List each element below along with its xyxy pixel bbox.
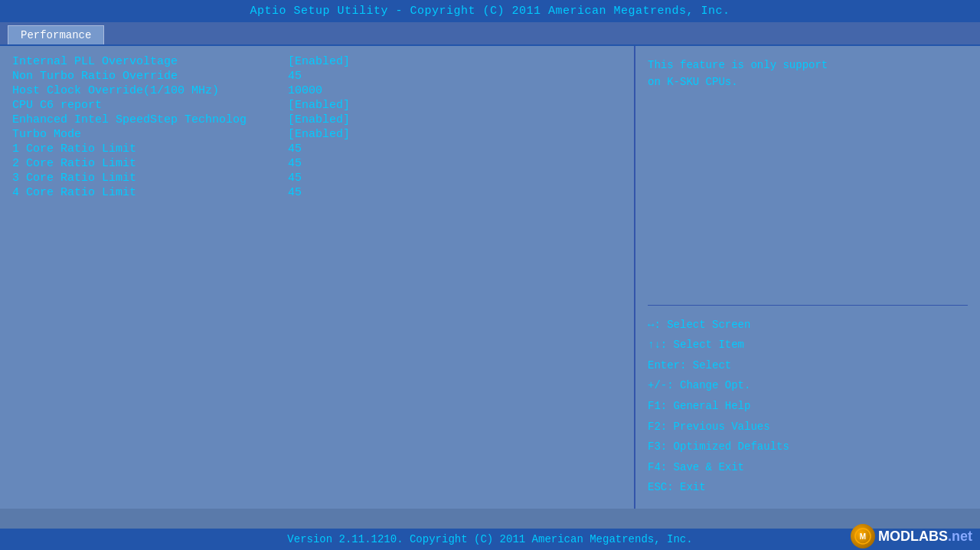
list-item[interactable]: Enhanced Intel SpeedStep Technolog [Enab… <box>12 113 622 126</box>
keyhint-esc: ESC: Exit <box>648 477 968 498</box>
keyhint-select-screen: ↔: Select Screen <box>648 315 968 336</box>
key-hints: ↔: Select Screen ↑↓: Select Item Enter: … <box>648 315 968 498</box>
item-name-9: 4 Core Ratio Limit <box>12 186 288 199</box>
item-name-6: 1 Core Ratio Limit <box>12 142 288 156</box>
divider <box>648 305 968 306</box>
logo-suffix: .net <box>948 529 972 544</box>
svg-text:M: M <box>860 532 866 541</box>
item-name-3: CPU C6 report <box>12 99 288 112</box>
keyhint-f2: F2: Previous Values <box>648 417 968 437</box>
item-value-8: 45 <box>288 172 302 185</box>
list-item[interactable]: 4 Core Ratio Limit 45 <box>12 186 622 199</box>
logo-icon: M <box>851 524 875 548</box>
tab-performance[interactable]: Performance <box>8 25 104 44</box>
item-name-4: Enhanced Intel SpeedStep Technolog <box>12 113 288 126</box>
list-item[interactable]: 1 Core Ratio Limit 45 <box>12 142 622 156</box>
left-panel: Internal PLL Overvoltage [Enabled] Non T… <box>0 46 635 509</box>
main-content: Internal PLL Overvoltage [Enabled] Non T… <box>0 46 980 509</box>
help-line-2: on K-SKU CPUs. <box>648 76 738 88</box>
item-name-2: Host Clock Override(1/100 MHz) <box>12 84 288 97</box>
help-text: This feature is only support on K-SKU CP… <box>648 57 968 296</box>
modlabs-logo: M MODLABS.net <box>851 524 972 548</box>
item-value-3: [Enabled] <box>288 99 350 112</box>
keyhint-select-item: ↑↓: Select Item <box>648 335 968 355</box>
list-item[interactable]: Turbo Mode [Enabled] <box>12 128 622 141</box>
keyhint-f3: F3: Optimized Defaults <box>648 437 968 457</box>
keyhint-f4: F4: Save & Exit <box>648 457 968 478</box>
list-item[interactable]: CPU C6 report [Enabled] <box>12 99 622 112</box>
list-item[interactable]: 3 Core Ratio Limit 45 <box>12 172 622 185</box>
item-name-7: 2 Core Ratio Limit <box>12 157 288 170</box>
item-name-8: 3 Core Ratio Limit <box>12 172 288 185</box>
logo-text: MODLABS.net <box>878 529 972 545</box>
keyhint-f1: F1: General Help <box>648 396 968 417</box>
item-value-0: [Enabled] <box>288 55 350 68</box>
list-item[interactable]: Internal PLL Overvoltage [Enabled] <box>12 55 622 68</box>
keyhint-change-opt: +/-: Change Opt. <box>648 375 968 396</box>
item-value-4: [Enabled] <box>288 113 350 126</box>
list-item[interactable]: 2 Core Ratio Limit 45 <box>12 157 622 170</box>
item-value-7: 45 <box>288 157 302 170</box>
item-name-5: Turbo Mode <box>12 128 288 141</box>
help-line-1: This feature is only support <box>648 59 828 71</box>
item-value-6: 45 <box>288 142 302 156</box>
item-name-0: Internal PLL Overvoltage <box>12 55 288 68</box>
item-value-1: 45 <box>288 70 302 83</box>
item-value-9: 45 <box>288 186 302 199</box>
tab-bar: Performance <box>0 22 980 46</box>
item-value-2: 10000 <box>288 84 322 97</box>
item-value-5: [Enabled] <box>288 128 350 141</box>
header-title: Aptio Setup Utility - Copyright (C) 2011… <box>250 5 730 18</box>
list-item[interactable]: Non Turbo Ratio Override 45 <box>12 70 622 83</box>
footer-text: Version 2.11.1210. Copyright (C) 2011 Am… <box>287 533 692 545</box>
list-item[interactable]: Host Clock Override(1/100 MHz) 10000 <box>12 84 622 97</box>
keyhint-enter: Enter: Select <box>648 355 968 376</box>
right-panel: This feature is only support on K-SKU CP… <box>635 46 980 509</box>
header-bar: Aptio Setup Utility - Copyright (C) 2011… <box>0 0 980 22</box>
item-name-1: Non Turbo Ratio Override <box>12 70 288 83</box>
footer-bar: Version 2.11.1210. Copyright (C) 2011 Am… <box>0 529 980 550</box>
